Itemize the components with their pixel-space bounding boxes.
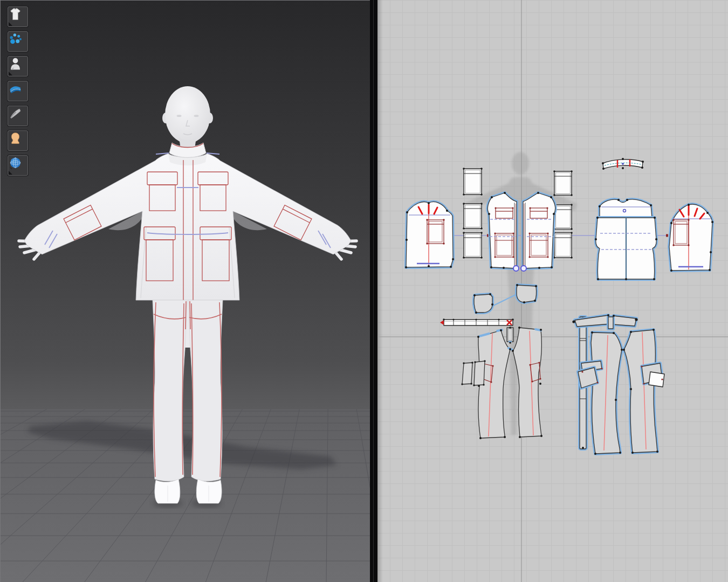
fabric-tool-button[interactable]	[8, 81, 28, 101]
pattern-piece-back-yoke[interactable]	[599, 199, 653, 219]
pattern-piece-front-left[interactable]	[487, 192, 517, 269]
pattern-piece-left-sleeve[interactable]	[405, 202, 454, 268]
pattern-piece-right-sleeve[interactable]	[669, 204, 713, 272]
avatar-tool-button[interactable]	[8, 56, 28, 77]
pattern-piece-collar[interactable]	[602, 158, 644, 170]
tool-submark	[9, 22, 12, 26]
pattern-piece-side-facings[interactable]	[461, 360, 485, 386]
pattern-piece-fly-placket[interactable]	[507, 327, 513, 344]
fabric-icon	[8, 81, 23, 96]
panel-divider[interactable]	[370, 0, 377, 582]
avatar-icon	[8, 57, 23, 71]
app-window	[0, 0, 728, 582]
simulation-tool-button[interactable]	[8, 31, 28, 52]
pattern-editor-2d[interactable]	[377, 0, 728, 582]
globe-icon	[8, 156, 23, 170]
cloth-icon	[8, 106, 23, 121]
canvas-axes	[377, 0, 728, 582]
particles-icon	[8, 32, 23, 46]
cloth-tool-button[interactable]	[8, 106, 28, 126]
shirt-icon	[8, 7, 23, 22]
pattern-piece-back-pants-group[interactable]	[572, 314, 664, 455]
tool-submark	[9, 171, 12, 175]
pattern-canvas[interactable]	[377, 0, 728, 582]
pattern-piece-back-panel[interactable]	[595, 217, 657, 280]
pattern-piece-front-right[interactable]	[523, 192, 555, 269]
head-tool-button[interactable]	[8, 130, 28, 151]
pattern-piece-pocket-bag-right[interactable]	[516, 284, 537, 303]
garment-tool-button[interactable]	[8, 6, 28, 27]
viewport-toolbar	[8, 6, 28, 176]
tool-submark	[9, 72, 12, 75]
scene-3d[interactable]	[1, 1, 370, 582]
head-icon	[8, 131, 23, 146]
viewport-3d[interactable]	[0, 0, 370, 582]
environment-tool-button[interactable]	[8, 155, 28, 176]
pattern-piece-waistband[interactable]	[440, 318, 514, 325]
